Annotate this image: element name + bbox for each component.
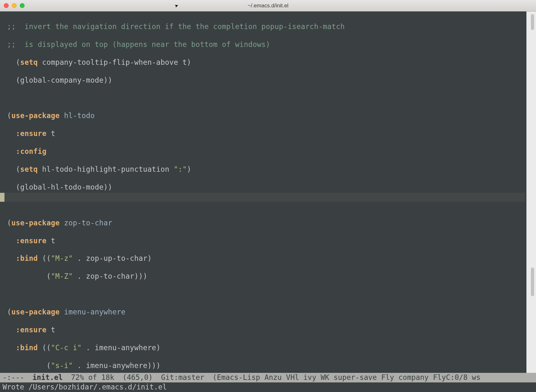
code-text: . imenu-anywhere) bbox=[82, 343, 160, 352]
keyword: :ensure bbox=[16, 129, 47, 138]
paren: ) bbox=[187, 165, 191, 173]
keyword: setq bbox=[20, 58, 38, 66]
code-text: . zop-to-char))) bbox=[73, 272, 147, 280]
code-comment: ;; invert the navigation direction if th… bbox=[7, 22, 345, 31]
paren: ( bbox=[7, 219, 11, 227]
window-title: ~/.emacs.d/init.el bbox=[0, 2, 536, 9]
mouse-cursor-icon: ➤ bbox=[174, 2, 180, 10]
minimize-window-icon[interactable] bbox=[12, 3, 17, 8]
package-name: hl-todo bbox=[60, 111, 95, 120]
close-window-icon[interactable] bbox=[4, 3, 9, 8]
code-text: (( bbox=[38, 343, 51, 352]
paren: ( bbox=[16, 58, 20, 66]
code-text: t bbox=[47, 237, 56, 245]
keyword: :bind bbox=[16, 343, 38, 352]
code-text: ( bbox=[7, 272, 51, 280]
keyword: :ensure bbox=[16, 237, 47, 245]
zoom-window-icon[interactable] bbox=[20, 3, 25, 8]
keyword: use-package bbox=[11, 308, 60, 316]
editor-buffer[interactable]: ;; invert the navigation direction if th… bbox=[0, 11, 536, 392]
code-text: hl-todo-highlight-punctuation bbox=[38, 165, 174, 173]
keyword: :config bbox=[16, 147, 47, 155]
code-text: . imenu-anywhere))) bbox=[73, 361, 160, 370]
string: "s-i" bbox=[51, 361, 73, 370]
keyword: use-package bbox=[11, 111, 60, 120]
traffic-lights bbox=[4, 3, 25, 8]
code-text: company-tooltip-flip-when-above t) bbox=[38, 58, 191, 66]
paren: ( bbox=[7, 111, 11, 120]
fringe-cursor-indicator bbox=[0, 193, 4, 202]
titlebar: ~/.emacs.d/init.el ➤ bbox=[0, 0, 536, 11]
paren: ( bbox=[7, 308, 11, 316]
package-name: imenu-anywhere bbox=[60, 308, 125, 316]
code-text: t bbox=[47, 326, 56, 334]
code-comment: ;; is displayed on top (happens near the… bbox=[7, 40, 270, 49]
paren: ( bbox=[16, 165, 20, 173]
keyword: :ensure bbox=[16, 326, 47, 334]
code-text: (( bbox=[38, 254, 51, 262]
keyword: :bind bbox=[16, 254, 38, 262]
code-text: t bbox=[47, 129, 56, 138]
string: "M-z" bbox=[51, 254, 73, 262]
keyword: use-package bbox=[11, 219, 60, 227]
string: "M-Z" bbox=[51, 272, 73, 280]
code-text: (global-company-mode)) bbox=[16, 76, 112, 84]
keyword: setq bbox=[20, 165, 38, 173]
code-text: (global-hl-todo-mode)) bbox=[16, 183, 112, 191]
string: ":" bbox=[174, 165, 187, 173]
string: "C-c i" bbox=[51, 343, 81, 352]
package-name: zop-to-char bbox=[60, 219, 112, 227]
code-text: . zop-up-to-char) bbox=[73, 254, 152, 262]
code-text: ( bbox=[7, 361, 51, 370]
